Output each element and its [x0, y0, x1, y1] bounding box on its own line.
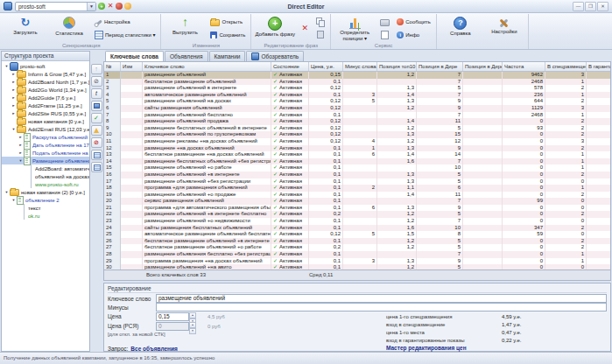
alert-icon[interactable] — [124, 3, 131, 10]
table-row[interactable]: 16размещение объявлений +в интернете✓Акт… — [104, 172, 611, 178]
stepper-arrows-icon[interactable]: ▲▼ — [189, 312, 196, 321]
collapse-icon[interactable]: ▼ — [18, 158, 24, 163]
table-row[interactable]: 28размещение объявления бесплатно +без р… — [104, 251, 611, 258]
column-header[interactable]: Состояние — [271, 62, 309, 72]
grid-btn-button[interactable] — [91, 150, 102, 160]
table-row[interactable]: 11размещение рекламы +на досках объявлен… — [104, 138, 611, 145]
column-header[interactable]: Минус слова — [343, 62, 377, 72]
expand-icon[interactable]: ► — [11, 95, 17, 100]
expand-icon[interactable]: ► — [11, 80, 17, 84]
add-project-icon[interactable]: + — [98, 3, 105, 10]
approve-button[interactable] — [91, 113, 102, 123]
close-button[interactable]: ✕ — [597, 2, 608, 11]
table-row[interactable]: 4автоматическое размещение объявлений✓Ак… — [104, 92, 611, 99]
chevron-down-icon[interactable]: ▼ — [87, 3, 95, 10]
tree-item[interactable]: ►Add2Site RUS [0,55 у.е.] — [2, 109, 89, 117]
table-row[interactable]: 29программа размещения +на досках объявл… — [104, 258, 611, 265]
tree-item[interactable]: ►Подать объявление на 170.. — [2, 149, 89, 157]
column-header[interactable]: В спецразмещен — [545, 62, 587, 72]
tree-item[interactable]: ok.ru — [2, 212, 89, 220]
tree-item[interactable]: ►Add2Frame [11,25 у.е.] — [2, 102, 89, 109]
keyword-input[interactable]: размещение объявлений — [156, 294, 607, 303]
collapse-icon[interactable]: ▼ — [4, 190, 10, 194]
table-row[interactable]: 1размещение объявлений✓Активная0,151,279… — [104, 72, 611, 79]
tree-item[interactable]: ►Дать объявление на 170 д.. — [2, 141, 89, 149]
collapse-icon[interactable]: ▼ — [4, 64, 10, 68]
load-button[interactable]: Загрузить — [4, 14, 46, 42]
paste-button[interactable] — [313, 29, 327, 40]
expand-icon[interactable]: ► — [18, 150, 24, 155]
tree-item[interactable]: текст — [2, 204, 89, 212]
minus-input[interactable] — [156, 303, 607, 312]
expand-icon[interactable]: ► — [18, 143, 24, 147]
stats-period-button[interactable]: Период статистики ▾ — [92, 29, 158, 40]
stop-icon[interactable] — [116, 3, 123, 10]
column-header[interactable]: Позиция топ10 г — [377, 62, 417, 72]
save-button[interactable]: Сохранить — [208, 29, 248, 40]
price-value[interactable]: 0,15 — [156, 312, 189, 321]
column-header[interactable]: Позиция в Дире — [463, 62, 503, 72]
delete-project-icon[interactable]: ✕ — [107, 3, 114, 10]
copy-button[interactable] — [313, 16, 327, 27]
tab-Обозреватель[interactable]: Обозреватель — [246, 51, 304, 61]
table-row[interactable]: 20сервис размещения объявлений✓Активная0… — [104, 198, 611, 205]
restore-button[interactable]: ❐ — [585, 2, 596, 11]
text-button[interactable] — [91, 88, 102, 99]
image-button[interactable] — [91, 101, 102, 111]
minimize-button[interactable]: — — [573, 2, 584, 11]
tree-item[interactable]: новая кампания [0 у.е.] — [2, 117, 89, 125]
table-row[interactable]: 17размещение объявлений +без регистрации… — [104, 178, 611, 186]
table-row[interactable]: 14размещение бесплатных объявлений +без … — [104, 158, 611, 165]
table-row[interactable]: 13бесплатное размещение +на досках объяв… — [104, 151, 611, 158]
price-rsya-stepper[interactable]: 0 ▲▼ — [156, 322, 196, 331]
table-row[interactable]: 18программа +для размещения объявлений✓А… — [104, 185, 611, 192]
table-row[interactable]: 12размещение +на досках объявлений✓Актив… — [104, 145, 611, 152]
column-header[interactable]: Ключевое слово — [143, 62, 271, 72]
column-header[interactable]: В гарантии возм — [587, 62, 612, 72]
column-header[interactable]: Цена, у.е. — [309, 62, 343, 72]
tab-Ключевые слова[interactable]: Ключевые слова — [105, 51, 164, 61]
disable-button[interactable] — [91, 76, 102, 87]
table-row[interactable]: 3размещение объявлений в интернете✓Актив… — [104, 85, 611, 92]
warning-button[interactable] — [91, 125, 102, 136]
tree-item[interactable]: объявлений на досках — [2, 172, 89, 180]
table-row[interactable]: 27бесплатное размещение объявлений +о ра… — [104, 244, 611, 251]
settings-button[interactable]: Настройки — [483, 14, 525, 42]
add-phrase-button[interactable]: Добавить фразу — [254, 14, 296, 42]
table-row[interactable]: 9размещение бесплатных объявлений в инте… — [104, 125, 611, 132]
stepper-arrows-icon[interactable]: ▲▼ — [189, 322, 196, 331]
table-row[interactable]: 5размещение объявлений на досках✓Активна… — [104, 98, 611, 105]
export-button[interactable] — [377, 29, 392, 40]
column-header[interactable]: № — [104, 62, 121, 72]
tree-item[interactable]: ▼Размещение объявления на.. — [2, 157, 89, 164]
tab-Кампании[interactable]: Кампании — [209, 51, 246, 61]
tree-item[interactable]: Add2Board: автоматич... — [2, 164, 89, 172]
setup-button[interactable]: Настройка — [92, 16, 158, 27]
tab-Объявления[interactable]: Объявления — [165, 51, 208, 61]
tree-item[interactable]: ►Add2Board North [1,7 у.е.] — [2, 78, 89, 86]
table-row[interactable]: 10размещение объявлений по грузоперевозк… — [104, 131, 611, 138]
tree-item[interactable]: ▼prosto-soft — [2, 62, 89, 70]
table-row[interactable]: 8размещение объявлений продажа✓Активная0… — [104, 118, 611, 125]
report-button[interactable]: Сообщить — [394, 16, 433, 27]
table-row[interactable]: 6сайты размещения объявлений✓Активная0,1… — [104, 105, 611, 112]
table-row[interactable]: 19размещение объявлений +о продаже✓Актив… — [104, 192, 611, 199]
detect-positions-button[interactable]: Определить позиции ▾ — [334, 14, 376, 42]
table-row[interactable]: 23размещение объявлений +о недвижимости✓… — [104, 218, 611, 225]
table-row[interactable]: 22размещение объявлений +в интернете бес… — [104, 211, 611, 218]
delete-phrase-button[interactable] — [298, 23, 312, 34]
table-row[interactable]: 26бесплатное размещение объявлений +в ин… — [104, 238, 611, 245]
tree-item[interactable]: ►Раскрутка объявлений на.. — [2, 133, 89, 141]
table-row[interactable]: 7размещение объявлений бесплатно✓Активна… — [104, 112, 611, 119]
tree-item[interactable]: ►Add2Go World [1,34 у.е.] — [2, 86, 89, 94]
expand-icon[interactable]: ► — [11, 72, 17, 76]
query-link[interactable]: Все объявления — [130, 346, 177, 352]
grid2-btn-button[interactable] — [91, 162, 102, 172]
tree-item[interactable]: ►Inform & Grow [5,47 у.е.] — [2, 70, 89, 78]
table-row[interactable]: 30размещение объявлений +на авито✓Активн… — [104, 264, 611, 270]
expand-icon[interactable]: ► — [11, 88, 17, 92]
expand-icon[interactable]: ► — [11, 103, 17, 108]
expand-icon[interactable]: ► — [11, 111, 17, 116]
expand-icon[interactable]: ► — [18, 135, 24, 139]
open-button[interactable]: Открыть — [208, 16, 248, 27]
